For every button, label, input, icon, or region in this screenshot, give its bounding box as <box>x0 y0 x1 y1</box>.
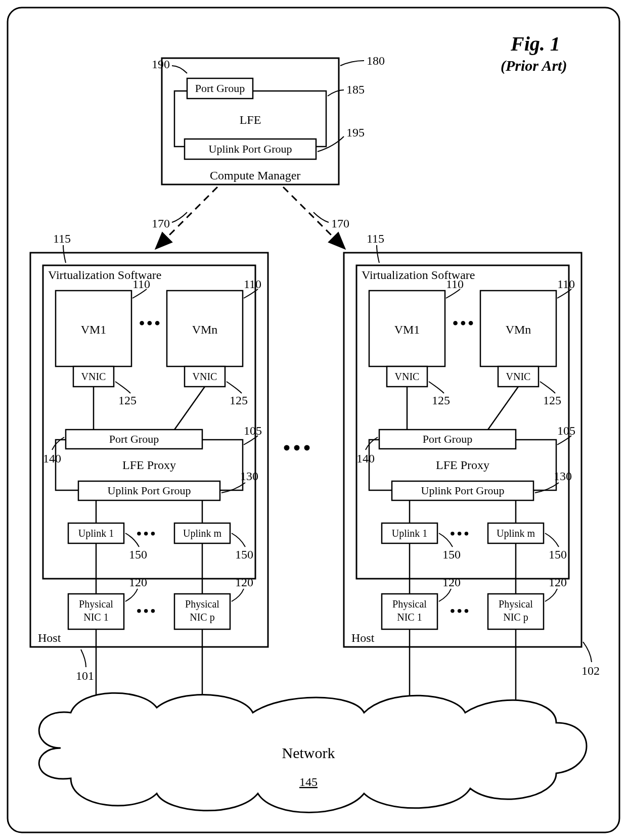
network-label: Network <box>282 744 335 761</box>
pnic1-left-l2: NIC 1 <box>83 612 108 623</box>
virt-sw-left-ref: 115 <box>53 232 71 245</box>
arrow-left-ref: 170 <box>152 217 170 230</box>
svg-text:120: 120 <box>549 576 567 589</box>
svg-text:Uplink m: Uplink m <box>497 528 535 539</box>
pnicp-left-l1: Physical <box>185 598 219 610</box>
svg-text:125: 125 <box>543 394 561 407</box>
vnic1-left-label: VNIC <box>81 371 106 382</box>
uplinkm-left-ref: 150 <box>235 548 253 561</box>
host-right-label: Host <box>351 631 375 644</box>
port-group-left-label: Port Group <box>109 433 159 445</box>
svg-text:Physical: Physical <box>392 598 427 610</box>
uplink1-left-label: Uplink 1 <box>78 528 114 539</box>
svg-text:Uplink Port Group: Uplink Port Group <box>421 484 505 497</box>
svg-text:110: 110 <box>446 277 464 291</box>
svg-text:140: 140 <box>356 452 375 465</box>
uplink1-left-ref: 150 <box>129 548 147 561</box>
vm1-right-label: VM1 <box>394 323 420 336</box>
cm-upg-ref: 195 <box>346 126 365 139</box>
pnic1-left-ref: 120 <box>129 576 147 589</box>
svg-text:130: 130 <box>554 470 572 483</box>
svg-text:150: 150 <box>549 548 567 561</box>
svg-text:Physical: Physical <box>499 598 533 610</box>
cm-port-group-label: Port Group <box>195 82 245 95</box>
port-group-left-ref: 140 <box>43 452 61 465</box>
upg-left-label: Uplink Port Group <box>108 484 191 497</box>
vnic1-right-label: VNIC <box>395 371 420 382</box>
svg-text:•••: ••• <box>450 603 471 619</box>
vm-ellipsis-left: ••• <box>139 314 162 332</box>
compute-manager: Compute Manager LFE Port Group Uplink Po… <box>152 54 385 184</box>
vm1-left-label: VM1 <box>81 323 107 336</box>
cm-lfe-ref: 185 <box>346 83 365 96</box>
svg-text:Port Group: Port Group <box>423 433 472 445</box>
host-right: Host 102 Virtualization Software 115 VM1… <box>344 232 600 713</box>
host-left: Host 101 Virtualization Software 115 VM1… <box>30 232 268 713</box>
vnicn-left-label: VNIC <box>193 371 217 382</box>
svg-text:Uplink 1: Uplink 1 <box>392 528 428 539</box>
uplink-ellipsis-left: ••• <box>137 526 157 541</box>
network-ref: 145 <box>299 775 318 788</box>
svg-text:•••: ••• <box>450 526 471 541</box>
pnicp-left-l2: NIC p <box>190 612 214 623</box>
lfe-proxy-left-ref: 105 <box>244 424 262 437</box>
svg-text:•••: ••• <box>453 314 476 332</box>
vmn-left-label: VMn <box>192 323 218 336</box>
cm-port-group-ref: 190 <box>152 58 170 71</box>
host-left-ref: 101 <box>76 669 94 682</box>
arrow-right-ref: 170 <box>331 217 349 230</box>
cm-uplink-port-group-label: Uplink Port Group <box>209 143 292 155</box>
compute-manager-label: Compute Manager <box>210 169 300 182</box>
network-cloud: Network 145 <box>39 693 587 812</box>
vmn-left-ref: 110 <box>244 277 261 291</box>
virt-sw-right-ref: 115 <box>367 232 384 245</box>
svg-text:125: 125 <box>432 394 450 407</box>
svg-text:NIC p: NIC p <box>503 612 528 623</box>
pnic-ellipsis-left: ••• <box>137 603 157 619</box>
pnicp-left-ref: 120 <box>235 576 253 589</box>
vm1-left-ref: 110 <box>132 277 150 291</box>
vnic1-left-ref: 125 <box>118 394 137 407</box>
hosts-ellipsis: ••• <box>283 437 314 459</box>
lfe-label: LFE <box>240 113 261 126</box>
svg-text:120: 120 <box>442 576 461 589</box>
svg-text:105: 105 <box>557 424 575 437</box>
svg-text:LFE Proxy: LFE Proxy <box>436 458 489 472</box>
figure-title: Fig. 1 <box>510 32 560 55</box>
pnic1-left-l1: Physical <box>79 598 113 610</box>
lfe-proxy-left-label: LFE Proxy <box>122 458 176 472</box>
vnicn-right-label: VNIC <box>506 371 531 382</box>
vmn-right-label: VMn <box>506 323 531 336</box>
svg-text:150: 150 <box>442 548 461 561</box>
cm-ref: 180 <box>367 54 385 67</box>
svg-text:NIC 1: NIC 1 <box>397 612 422 623</box>
svg-text:110: 110 <box>557 277 575 291</box>
figure-subtitle: (Prior Art) <box>501 57 567 74</box>
host-left-label: Host <box>38 631 61 644</box>
host-right-ref: 102 <box>581 664 600 677</box>
upg-left-ref: 130 <box>240 470 258 483</box>
uplinkm-left-label: Uplink m <box>183 528 222 539</box>
vnicn-left-ref: 125 <box>230 394 248 407</box>
